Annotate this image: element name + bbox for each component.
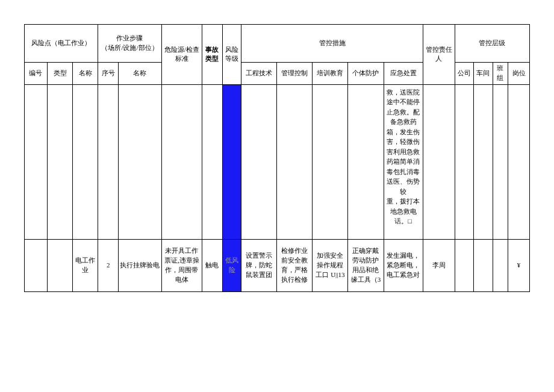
cell-company <box>455 239 474 291</box>
cell-team <box>493 84 508 239</box>
hdr-team: 班组 <box>493 63 508 85</box>
hdr-step-name: 名称 <box>119 63 162 85</box>
cell-mgmt <box>277 84 313 239</box>
cell-responsible: 李周 <box>423 239 455 291</box>
cell-post: ¥ <box>508 239 530 291</box>
risk-table: 风险点（电工作业） 作业步骤 （场所/设施/部位） 危险源/检查标准 事故类型 … <box>24 24 530 292</box>
hdr-seq: 编号 <box>25 63 48 85</box>
cell-seq <box>25 239 48 291</box>
cell-hazard <box>161 84 202 239</box>
cell-training <box>313 84 348 239</box>
hdr-risk-point: 风险点（电工作业） <box>25 25 98 63</box>
cell-step-seq: 2 <box>98 239 119 291</box>
cell-step-name: 执行挂牌验电 <box>119 239 162 291</box>
cell-post <box>508 84 530 239</box>
hdr-training: 培训教育 <box>313 63 348 85</box>
hdr-hazard-source: 危险源/检查标准 <box>161 25 202 85</box>
cell-step-name <box>119 84 162 239</box>
cell-team <box>493 239 508 291</box>
cell-type <box>47 84 72 239</box>
table-row: 救，送医院途中不能停止急救。配备急救药箱，发生伤害，轻微伤害利用急救药箱简单消毒… <box>25 84 530 239</box>
cell-mgmt: 检修作业前安全教育，严格执行检修 <box>277 239 313 291</box>
cell-risk-level-blue: 低风险 <box>222 239 241 291</box>
cell-type <box>47 239 72 291</box>
hdr-control-level: 管控层级 <box>455 25 529 63</box>
hdr-company: 公司 <box>455 63 474 85</box>
hdr-control-measures: 管控措施 <box>241 25 423 63</box>
cell-responsible <box>423 84 455 239</box>
hdr-workshop: 车间 <box>474 63 493 85</box>
cell-name <box>73 84 98 239</box>
hdr-responsible: 管控责任人 <box>423 25 455 85</box>
cell-accident <box>202 84 223 239</box>
cell-seq <box>25 84 48 239</box>
cell-emergency: 救，送医院途中不能停止急救。配备急救药箱，发生伤害，轻微伤害利用急救药箱简单消毒… <box>384 84 423 239</box>
cell-accident: 触电 <box>202 239 223 291</box>
cell-name: 电工作业 <box>73 239 98 291</box>
cell-ppe: 正确穿戴劳动防护用品和绝缘工具（3 <box>348 239 384 291</box>
cell-eng-tech: 设置警示牌，防蛇鼠装置团 <box>241 239 277 291</box>
cell-step-seq <box>98 84 119 239</box>
hdr-type: 类型 <box>47 63 72 85</box>
hdr-step-seq: 序号 <box>98 63 119 85</box>
hdr-work-steps: 作业步骤 （场所/设施/部位） <box>98 25 161 63</box>
cell-eng-tech <box>241 84 277 239</box>
hdr-name: 名称 <box>73 63 98 85</box>
cell-hazard: 未开具工作票证,违章操作，周围带电体 <box>161 239 202 291</box>
table-row: 电工作业 2 执行挂牌验电 未开具工作票证,违章操作，周围带电体 触电 低风险 … <box>25 239 530 291</box>
hdr-accident-type: 事故类型 <box>202 25 223 85</box>
cell-training: 加强安全操作规程 工口 U||13 <box>313 239 348 291</box>
hdr-risk-level: 风险等级 <box>222 25 241 85</box>
hdr-eng-tech: 工程技术 <box>241 63 277 85</box>
cell-emergency: 发生漏电，紧急断电，电工紧急对 <box>384 239 423 291</box>
hdr-ppe: 个体防护 <box>348 63 384 85</box>
hdr-post: 岗位 <box>508 63 530 85</box>
cell-workshop <box>474 239 493 291</box>
cell-ppe <box>348 84 384 239</box>
hdr-mgmt: 管理控制 <box>277 63 313 85</box>
hdr-emergency: 应急处置 <box>384 63 423 85</box>
cell-company <box>455 84 474 239</box>
cell-workshop <box>474 84 493 239</box>
cell-risk-level-blue <box>222 84 241 239</box>
